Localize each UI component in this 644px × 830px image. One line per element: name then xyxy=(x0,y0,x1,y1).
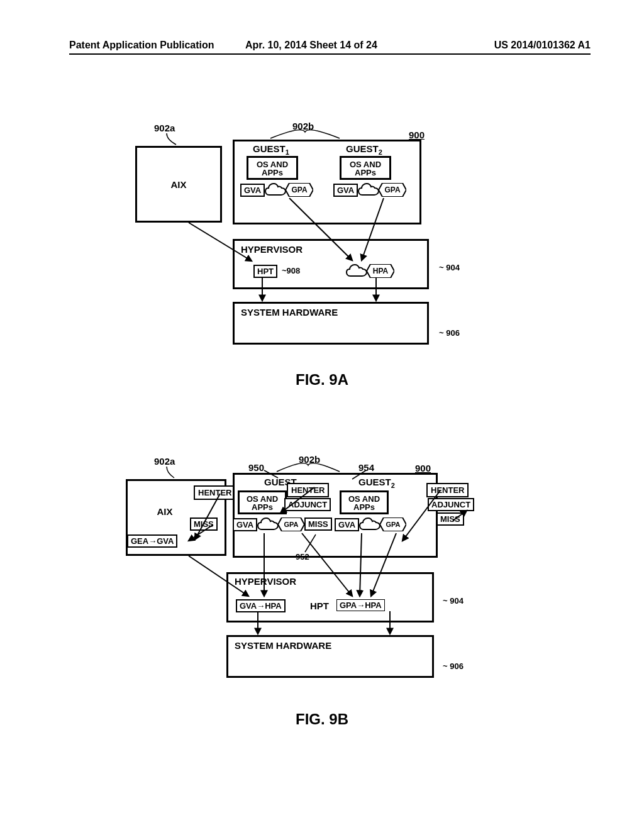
ref-902a: 902a xyxy=(154,123,175,133)
henter-g2: HENTER xyxy=(426,483,469,497)
guest-region-b xyxy=(233,473,438,558)
miss-g1: MISS xyxy=(304,517,332,531)
ref-900-b: 900 xyxy=(415,463,431,473)
guest1-title: GUEST1 xyxy=(253,143,289,156)
cloud-icon xyxy=(357,182,380,199)
hpt-b: HPT xyxy=(310,600,329,611)
miss-g2: MISS xyxy=(436,512,464,526)
ref-902a-b: 902a xyxy=(154,456,175,467)
gpa-hpa-tag: GPA→HPA xyxy=(336,599,385,611)
header-rule: Patent Application Publication Apr. 10, … xyxy=(69,53,591,74)
page: Patent Application Publication Apr. 10, … xyxy=(0,0,644,830)
hypervisor-label: HYPERVISOR xyxy=(241,244,303,255)
svg-text:GPA: GPA xyxy=(384,185,400,194)
ref-954: 954 xyxy=(358,462,374,473)
gva-hpa-tag: GVA→HPA xyxy=(236,599,286,612)
guest2-gpa: GPA xyxy=(379,183,406,197)
hpa-hex: HPA xyxy=(367,264,394,278)
header-right: US 2014/0101362 A1 xyxy=(494,40,591,51)
guest2-os2: APPs xyxy=(341,168,389,177)
aix-label-b: AIX xyxy=(116,506,213,517)
header-center: Apr. 10, 2014 Sheet 14 of 24 xyxy=(245,40,377,51)
gea-gva: GEA→GVA xyxy=(127,534,177,548)
figure-9a: 902a 902b 900 AIX GUEST1 OS AND APPs GVA… xyxy=(0,107,644,396)
guest2-gva: GVA xyxy=(333,184,358,197)
guest1-os2: APPs xyxy=(248,168,296,177)
ref-904-b: ~ 904 xyxy=(443,596,464,606)
syshw-label: SYSTEM HARDWARE xyxy=(241,307,338,318)
ref-906: ~ 906 xyxy=(439,328,460,338)
svg-text:HPA: HPA xyxy=(373,267,389,275)
ref-952: 952 xyxy=(296,552,309,562)
svg-text:GPA: GPA xyxy=(291,185,307,194)
ref-900: 900 xyxy=(409,130,425,140)
ref-902b-b: 902b xyxy=(299,454,320,465)
henter-aix: HENTER xyxy=(194,485,236,500)
syshw-box: SYSTEM HARDWARE xyxy=(233,302,429,345)
hpt-tag: HPT xyxy=(253,265,277,278)
ref-904: ~ 904 xyxy=(439,263,460,272)
ref-908: ~908 xyxy=(282,266,300,275)
ref-902b: 902b xyxy=(292,121,314,131)
syshw-b: SYSTEM HARDWARE xyxy=(226,635,434,678)
gpa-g2: GPA xyxy=(380,517,406,531)
guest2-title: GUEST2 xyxy=(346,143,382,156)
ref-950: 950 xyxy=(248,462,264,473)
fig9a-caption: FIG. 9A xyxy=(0,371,644,389)
cloud-icon xyxy=(257,517,279,533)
henter-g1: HENTER xyxy=(287,483,329,497)
gva-g1: GVA xyxy=(233,518,257,531)
svg-text:GPA: GPA xyxy=(284,521,298,528)
adjunct-g2: ADJUNCT xyxy=(428,498,474,511)
hyp-label-b: HYPERVISOR xyxy=(235,576,296,587)
adjunct-g1: ADJUNCT xyxy=(284,498,331,511)
ref-906-b: ~ 906 xyxy=(443,661,464,671)
guest2b-title: GUEST2 xyxy=(358,477,395,489)
hypervisor-box: HYPERVISOR HPT HPA xyxy=(233,239,429,289)
miss-aix: MISS xyxy=(190,517,218,531)
svg-text:GPA: GPA xyxy=(386,521,400,528)
gpa-g1: GPA xyxy=(278,517,304,531)
fig9b-caption: FIG. 9B xyxy=(0,711,644,728)
guest1-gpa: GPA xyxy=(286,183,313,197)
aix-box: AIX xyxy=(135,146,222,223)
gva-g2: GVA xyxy=(335,518,359,531)
guest1-gva: GVA xyxy=(240,184,265,197)
cloud-icon xyxy=(264,182,287,199)
hypervisor-b: HYPERVISOR GVA→HPA HPT GPA→HPA xyxy=(226,572,434,622)
aix-label: AIX xyxy=(137,179,220,190)
cloud-icon xyxy=(358,517,381,533)
syshw-label-b: SYSTEM HARDWARE xyxy=(235,640,331,651)
header-left: Patent Application Publication xyxy=(69,40,214,51)
cloud-icon xyxy=(345,263,368,280)
figure-9b: 902a 950 902b 954 900 AIX HENTER MISS GE… xyxy=(0,440,644,736)
